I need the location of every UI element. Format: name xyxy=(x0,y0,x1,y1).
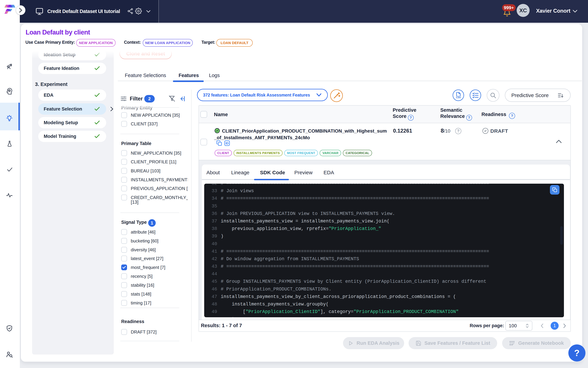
svg-text:CSV: CSV xyxy=(456,96,461,99)
svg-text:ID: ID xyxy=(225,141,229,145)
